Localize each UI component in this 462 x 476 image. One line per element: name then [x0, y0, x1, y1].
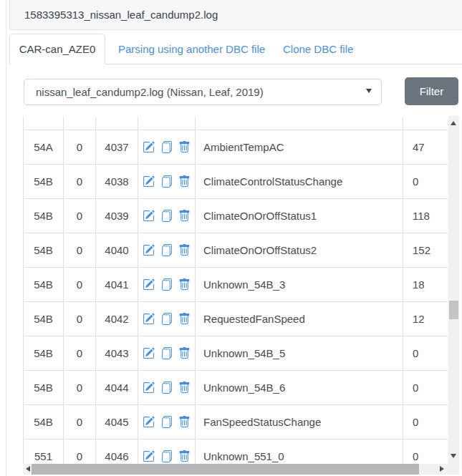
cell-value: 152: [403, 233, 449, 267]
cell-signal-id: 4039: [96, 198, 138, 233]
cell-value: 18: [403, 267, 449, 301]
tab-parsing-another-dbc[interactable]: Parsing using another DBC file: [118, 34, 265, 64]
trash-icon[interactable]: [178, 313, 191, 325]
cell-actions: [138, 198, 196, 233]
edit-icon[interactable]: [143, 210, 155, 222]
cell-can-id: 54B: [24, 301, 64, 336]
cell-value: 47: [403, 130, 449, 164]
tab-car-can-aze0[interactable]: CAR-can_AZE0: [9, 34, 105, 64]
cell-bus: 0: [64, 301, 96, 336]
cell-bus: 0: [64, 233, 96, 267]
cell-actions: [138, 404, 196, 439]
copy-icon[interactable]: [160, 416, 173, 428]
cell-value: 0: [403, 336, 449, 370]
filename-label: 1583395313_nissan_leaf_candump2.log: [24, 9, 218, 21]
horizontal-scrollbar[interactable]: [23, 464, 448, 475]
copy-icon[interactable]: [160, 347, 173, 359]
copy-icon[interactable]: [160, 313, 173, 325]
table-row: 54B 0 4038 ClimateControlStatusChange 0: [24, 164, 449, 198]
cell-actions: [138, 130, 196, 164]
cell-signal-id: 4043: [96, 336, 138, 370]
horizontal-scrollbar-thumb[interactable]: [32, 464, 419, 475]
trash-icon[interactable]: [178, 244, 191, 256]
scroll-right-icon[interactable]: [440, 466, 444, 472]
table-row: 54B 0 4039 ClimateOnOrOffStatus1 118: [24, 198, 449, 233]
cell-signal-id: 4044: [96, 370, 138, 404]
dbc-parser-page: 1583395313_nissan_leaf_candump2.log CAR-…: [0, 0, 462, 476]
cell-signal-name: ClimateOnOrOffStatus2: [196, 233, 403, 267]
cell-actions: [138, 233, 196, 267]
cell-signal-name: ClimateOnOrOffStatus1: [196, 198, 403, 233]
vertical-scrollbar[interactable]: [448, 116, 459, 475]
cell-signal-name: ClimateControlStatusChange: [196, 164, 403, 198]
cell-actions: [138, 370, 196, 404]
cell-bus: 0: [64, 370, 96, 404]
copy-icon[interactable]: [160, 210, 173, 222]
cell-value: 0: [403, 164, 449, 198]
cell-bus: 0: [64, 404, 96, 439]
scroll-up-icon[interactable]: [451, 121, 456, 125]
copy-icon[interactable]: [160, 382, 173, 394]
cell-can-id: 54B: [24, 370, 64, 404]
cell-bus: 0: [64, 130, 96, 164]
dbc-file-select[interactable]: nissan_leaf_candump2.log (Nissan, Leaf, …: [24, 79, 382, 105]
cell-signal-name: Unknown_54B_3: [196, 267, 403, 301]
tab-clone-dbc[interactable]: Clone DBC file: [283, 34, 353, 64]
edit-icon[interactable]: [143, 313, 155, 325]
edit-icon[interactable]: [143, 382, 155, 394]
signals-table: 54A 0 4037 AmbientTempAC 47 54: [23, 116, 448, 475]
edit-icon[interactable]: [143, 175, 155, 188]
copy-icon[interactable]: [160, 175, 173, 188]
copy-icon[interactable]: [160, 278, 173, 291]
trash-icon[interactable]: [178, 175, 191, 188]
cell-can-id: 54B: [24, 198, 64, 233]
cell-value: 12: [403, 301, 449, 336]
cell-signal-name: AmbientTempAC: [196, 130, 403, 164]
copy-icon[interactable]: [160, 141, 173, 153]
cell-signal-id: 4045: [96, 404, 138, 439]
copy-icon[interactable]: [160, 244, 173, 256]
trash-icon[interactable]: [178, 382, 191, 394]
cell-signal-id: 4037: [96, 130, 138, 164]
partial-scrolled-row: [24, 116, 449, 130]
cell-bus: 0: [64, 336, 96, 370]
table-row: 54B 0 4041 Unknown_54B_3 18: [24, 267, 449, 301]
cell-bus: 0: [64, 164, 96, 198]
edit-icon[interactable]: [143, 347, 155, 359]
trash-icon[interactable]: [178, 278, 191, 291]
cell-value: 0: [403, 370, 449, 404]
edit-icon[interactable]: [143, 416, 155, 428]
trash-icon[interactable]: [178, 347, 191, 359]
file-header: 1583395313_nissan_leaf_candump2.log: [9, 0, 462, 30]
table-row: 54B 0 4045 FanSpeedStatusChange 0: [24, 404, 449, 439]
tab-bar: CAR-can_AZE0 Parsing using another DBC f…: [9, 34, 462, 64]
cell-actions: [138, 336, 196, 370]
trash-icon[interactable]: [178, 141, 191, 153]
edit-icon[interactable]: [143, 450, 155, 462]
table-row: 54B 0 4040 ClimateOnOrOffStatus2 152: [24, 233, 449, 267]
table-row: 54B 0 4043 Unknown_54B_5 0: [24, 336, 449, 370]
filter-button[interactable]: Filter: [405, 77, 458, 105]
trash-icon[interactable]: [178, 210, 191, 222]
edit-icon[interactable]: [143, 278, 155, 291]
cell-signal-id: 4041: [96, 267, 138, 301]
cell-signal-name: FanSpeedStatusChange: [196, 404, 403, 439]
edit-icon[interactable]: [143, 244, 155, 256]
cell-signal-id: 4038: [96, 164, 138, 198]
scroll-left-icon[interactable]: [26, 466, 30, 472]
table-row: 54A 0 4037 AmbientTempAC 47: [24, 130, 449, 164]
cell-bus: 0: [64, 198, 96, 233]
table-row: 54B 0 4042 RequestedFanSpeed 12: [24, 301, 449, 336]
edit-icon[interactable]: [143, 141, 155, 153]
trash-icon[interactable]: [178, 450, 191, 462]
vertical-scrollbar-thumb[interactable]: [449, 301, 458, 319]
cell-actions: [138, 164, 196, 198]
cell-actions: [138, 301, 196, 336]
scroll-down-icon[interactable]: [451, 454, 456, 458]
copy-icon[interactable]: [160, 450, 173, 462]
cell-bus: 0: [64, 267, 96, 301]
select-caret-icon: [366, 89, 372, 93]
cell-can-id: 54B: [24, 336, 64, 370]
cell-signal-id: 4042: [96, 301, 138, 336]
trash-icon[interactable]: [178, 416, 191, 428]
